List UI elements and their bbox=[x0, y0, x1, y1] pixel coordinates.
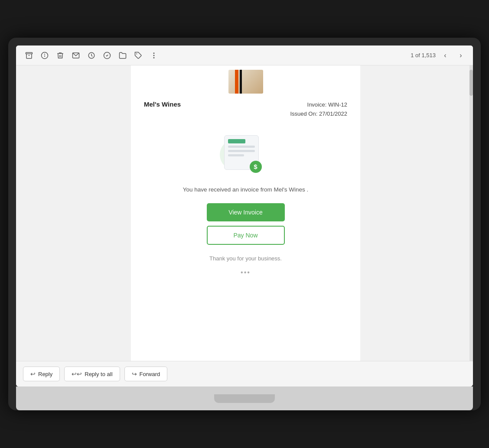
left-panel bbox=[16, 65, 131, 361]
forward-button[interactable]: ↪ Forward bbox=[124, 367, 168, 381]
pagination: 1 of 1,513 ‹ › bbox=[411, 49, 467, 62]
reply-label: Reply bbox=[38, 371, 52, 377]
reply-button[interactable]: ↩ Reply bbox=[23, 367, 60, 381]
footer-text: Thank you for your business. bbox=[131, 245, 360, 267]
clock-icon[interactable] bbox=[85, 49, 98, 62]
book-image bbox=[228, 70, 263, 94]
invoice-details: Invoice: WIN-12 Issued On: 27/01/2022 bbox=[290, 101, 347, 119]
svg-point-10 bbox=[153, 57, 154, 58]
email-ellipsis: ••• bbox=[131, 267, 360, 283]
email-content: Mel's Wines Invoice: WIN-12 Issued On: 2… bbox=[131, 65, 360, 361]
mail-icon[interactable] bbox=[69, 49, 83, 62]
reply-bar: ↩ Reply ↩↩ Reply to all ↪ Forward bbox=[16, 361, 473, 386]
prev-button[interactable]: ‹ bbox=[439, 49, 451, 62]
reply-icon: ↩ bbox=[30, 370, 36, 377]
pay-now-button[interactable]: Pay Now bbox=[207, 226, 285, 245]
dollar-badge: $ bbox=[250, 161, 262, 173]
info-icon[interactable] bbox=[38, 49, 52, 62]
next-button[interactable]: › bbox=[455, 49, 467, 62]
reply-all-button[interactable]: ↩↩ Reply to all bbox=[64, 367, 120, 381]
email-top-image bbox=[131, 65, 360, 94]
scrollbar-thumb[interactable] bbox=[469, 70, 473, 96]
invoice-number: Invoice: WIN-12 bbox=[290, 101, 347, 110]
svg-point-9 bbox=[153, 55, 154, 56]
issued-on: Issued On: 27/01/2022 bbox=[290, 110, 347, 119]
laptop-frame: 1 of 1,513 ‹ › bbox=[8, 38, 481, 410]
check-circle-icon[interactable] bbox=[100, 49, 114, 62]
scrollbar[interactable] bbox=[469, 65, 473, 361]
svg-rect-0 bbox=[26, 52, 33, 54]
screen: 1 of 1,513 ‹ › bbox=[16, 45, 473, 386]
invoice-doc-line-1 bbox=[228, 146, 255, 148]
right-panel bbox=[360, 65, 473, 361]
invoice-header: Mel's Wines Invoice: WIN-12 Issued On: 2… bbox=[131, 94, 360, 122]
email-area: Mel's Wines Invoice: WIN-12 Issued On: 2… bbox=[16, 65, 473, 361]
trash-icon[interactable] bbox=[53, 49, 67, 62]
invoice-doc-line-3 bbox=[228, 154, 244, 156]
label-icon[interactable] bbox=[131, 49, 145, 62]
forward-label: Forward bbox=[140, 371, 160, 377]
forward-icon: ↪ bbox=[132, 370, 137, 377]
email-body: Mel's Wines Invoice: WIN-12 Issued On: 2… bbox=[131, 65, 360, 361]
company-name: Mel's Wines bbox=[144, 101, 181, 108]
invoice-doc-line-2 bbox=[228, 150, 255, 152]
view-invoice-button[interactable]: View Invoice bbox=[207, 203, 285, 221]
invoice-doc: $ bbox=[224, 135, 259, 170]
toolbar: 1 of 1,513 ‹ › bbox=[16, 45, 473, 65]
reply-all-label: Reply to all bbox=[85, 371, 112, 377]
invoice-icon-wrapper: $ bbox=[224, 135, 267, 174]
archive-icon[interactable] bbox=[22, 49, 36, 62]
email-message: You have received an invoice from Mel's … bbox=[131, 183, 360, 196]
reply-all-icon: ↩↩ bbox=[72, 370, 82, 377]
pagination-text: 1 of 1,513 bbox=[411, 52, 436, 58]
svg-point-8 bbox=[153, 53, 154, 54]
laptop-notch bbox=[214, 394, 275, 403]
more-icon[interactable] bbox=[147, 49, 161, 62]
invoice-doc-header bbox=[228, 139, 245, 143]
invoice-icon-area: $ bbox=[131, 122, 360, 183]
laptop-bottom bbox=[16, 386, 473, 410]
folder-icon[interactable] bbox=[116, 49, 130, 62]
